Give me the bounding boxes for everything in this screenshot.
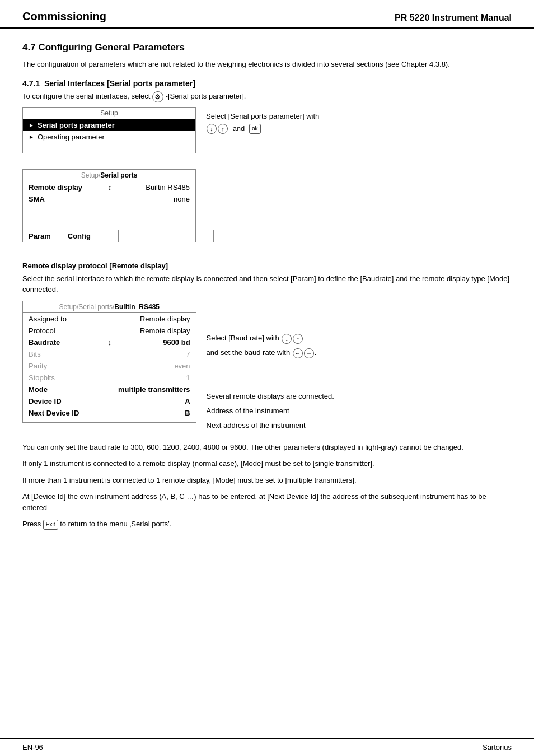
serial-row-sma-value: none [118, 195, 190, 203]
serial-row-remote-value: Builtin RS485 [118, 183, 190, 192]
serial-row-remote: Remote display ↕ Builtin RS485 [23, 181, 195, 193]
serial-row-sma: SMA none [23, 193, 195, 205]
baud-row-baudrate-arrow: ↕ [101, 338, 118, 347]
baud-box-area: Setup/Serial ports/Builtin RS485 Assigne… [22, 301, 512, 434]
baud-row-bits-label: Bits [29, 350, 101, 358]
baud-side-row-2: Select [Baud rate] with ↓↑ [207, 332, 334, 346]
baud-row-assigned-value: Remote display [118, 315, 190, 323]
baud-row-deviceid-value: A [118, 397, 190, 405]
baud-side-notes: Select [Baud rate] with ↓↑ and set the b… [207, 301, 334, 434]
and-text: and [233, 124, 245, 133]
exit-btn: Exit [43, 520, 58, 530]
serial-title-gray: Setup/ [81, 171, 101, 179]
setup-row-serial: ► Serial ports parameter [23, 119, 195, 131]
subsection-intro-text: To configure the serial interfaces, sele… [22, 92, 150, 100]
baud-title-bold: Builtin RS485 [114, 303, 160, 311]
baud-side-row-3: and set the baud rate with ←→. [207, 347, 334, 360]
baud-row-stopbits-label: Stopbits [29, 374, 101, 382]
section-intro: The configuration of parameters which ar… [22, 59, 512, 70]
baud-row-parity: Parity even [23, 360, 196, 372]
baud-side-text-3: and set the baud rate with [207, 347, 291, 359]
header-left-title: Commissioning [22, 10, 106, 23]
subsection-intro-line: To configure the serial interfaces, sele… [22, 91, 512, 102]
baud-ui-box: Setup/Serial ports/Builtin RS485 Assigne… [22, 301, 196, 423]
footer-page-number: EN-96 [22, 743, 43, 752]
baud-title-gray: Setup/Serial ports/ [59, 303, 115, 311]
ok-btn: ok [249, 124, 261, 134]
row-arrow-operating: ► [29, 134, 34, 140]
footer-brand: Sartorius [483, 743, 512, 752]
row-arrow-serial: ► [29, 122, 34, 128]
subsection-heading: 4.7.1 Serial Interfaces [Serial ports pa… [22, 79, 512, 88]
baud-side-text-6: Several remote displays are connected. [207, 392, 334, 400]
serial-footer: Param Config [23, 230, 195, 242]
baud-row-stopbits: Stopbits 1 [23, 372, 196, 384]
proto-body: Select the serial interface to which the… [22, 273, 512, 295]
baud-row-nextdeviceid: Next Device ID B [23, 407, 196, 419]
side-note-line1: Select [Serial ports parameter] with [206, 110, 319, 123]
setup-box-area: Setup ► Serial ports parameter ► Operati… [22, 107, 512, 161]
section-title: Configuring General Parameters [38, 42, 185, 53]
footer-note-2: If more than 1 instrument is connected t… [22, 475, 512, 486]
serial-row-remote-label: Remote display [29, 183, 101, 192]
baud-row-bits-value: 7 [118, 350, 190, 358]
baud-row-mode: Mode multiple transmitters [23, 384, 196, 395]
baud-row-baudrate-label: Baudrate [29, 338, 101, 347]
baud-down-btn: ↓ [282, 334, 292, 344]
baud-row-assigned: Assigned to Remote display [23, 313, 196, 325]
baud-row-deviceid-label: Device ID [29, 397, 101, 405]
baud-row-deviceid: Device ID A [23, 395, 196, 407]
baud-row-protocol: Protocol Remote display [23, 325, 196, 337]
proto-heading: Remote display protocol [Remote display] [22, 262, 512, 270]
baud-row-mode-value: multiple transmitters [118, 385, 190, 394]
page-footer: EN-96 Sartorius [0, 738, 534, 756]
baud-left-btn: ← [293, 348, 303, 358]
baud-side-row-0 [207, 303, 334, 316]
baud-row-mode-label: Mode [29, 385, 101, 394]
side-note-line2: ↓↑ and ok [206, 123, 319, 135]
subsection-intro-text2: -[Serial ports parameter]. [166, 92, 246, 100]
serial-ports-box-area: Setup/Serial ports Remote display ↕ Buil… [22, 169, 512, 250]
setup-icon: ⚙ [152, 91, 163, 102]
setup-ui-box: Setup ► Serial ports parameter ► Operati… [22, 107, 196, 153]
baud-side-row-5 [207, 376, 334, 389]
baud-side-row-4 [207, 361, 334, 375]
header-right-title: PR 5220 Instrument Manual [395, 13, 512, 23]
footer-note-0: You can only set the baud rate to 300, 6… [22, 442, 512, 453]
baud-side-row-8: Next address of the instrument [207, 419, 334, 433]
setup-box-title: Setup [23, 108, 195, 119]
page-header: Commissioning PR 5220 Instrument Manual [0, 0, 534, 29]
section-heading: 4.7 Configuring General Parameters [22, 42, 512, 53]
baud-side-row-1 [207, 318, 334, 331]
baud-row-parity-value: even [118, 362, 190, 370]
baud-side-row-6: Several remote displays are connected. [207, 390, 334, 404]
setup-row-operating-label: Operating parameter [38, 133, 190, 141]
baud-row-protocol-value: Remote display [118, 326, 190, 335]
main-content: 4.7 Configuring General Parameters The c… [0, 29, 534, 552]
baud-up-btn: ↑ [293, 334, 303, 344]
setup-side-note: Select [Serial ports parameter] with ↓↑ … [206, 107, 319, 135]
baud-row-protocol-label: Protocol [29, 326, 101, 335]
serial-row-sma-label: SMA [29, 195, 101, 203]
baud-row-nextdeviceid-value: B [118, 409, 190, 417]
tab-config: Config [62, 230, 96, 242]
serial-ports-box-title: Setup/Serial ports [23, 170, 195, 181]
up-arrow-btn: ↑ [218, 124, 228, 134]
baud-side-text-7: Address of the instrument [207, 407, 289, 415]
baud-box-title: Setup/Serial ports/Builtin RS485 [23, 301, 196, 313]
down-arrow-btn: ↓ [207, 124, 217, 134]
section-number: 4.7 [22, 42, 36, 53]
baud-side-text-8: Next address of the instrument [207, 421, 306, 430]
baud-row-assigned-label: Assigned to [29, 315, 101, 323]
baud-row-parity-label: Parity [29, 362, 101, 370]
tab-param: Param [23, 230, 57, 242]
baud-row-stopbits-value: 1 [118, 374, 190, 382]
serial-ports-ui-box: Setup/Serial ports Remote display ↕ Buil… [22, 169, 196, 242]
setup-row-serial-label: Serial ports parameter [38, 121, 190, 129]
baud-side-text-2: Select [Baud rate] with [207, 332, 279, 344]
baud-right-btn: → [304, 348, 314, 358]
baud-row-bits: Bits 7 [23, 348, 196, 360]
footer-note-4: Press Exit to return to the menu ‚Serial… [22, 519, 512, 530]
baud-row-baudrate-value: 9600 bd [118, 338, 190, 347]
serial-row-remote-arrow: ↕ [101, 183, 118, 192]
